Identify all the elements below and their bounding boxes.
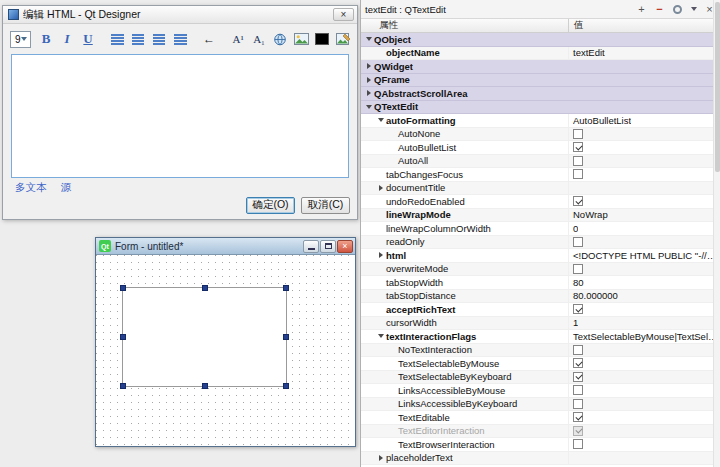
property-row[interactable]: TextBrowserInteraction (361, 438, 720, 452)
property-row[interactable]: NoTextInteraction (361, 344, 720, 358)
property-value-cell[interactable]: 0 (569, 222, 720, 235)
property-name-cell[interactable]: tabStopWidth (361, 276, 569, 289)
property-row[interactable]: documentTitle (361, 182, 720, 196)
resize-handle-nw[interactable] (120, 285, 126, 291)
checkbox-unchecked-icon[interactable] (573, 439, 583, 449)
property-name-cell[interactable]: TextEditorInteraction (361, 425, 569, 438)
expand-icon[interactable] (364, 77, 374, 83)
property-name-cell[interactable]: TextEditable (361, 411, 569, 424)
checkbox-checked-icon[interactable] (573, 304, 583, 314)
property-name-cell[interactable]: lineWrapColumnOrWidth (361, 222, 569, 235)
property-name-cell[interactable]: QTextEdit (361, 101, 569, 114)
property-name-cell[interactable]: QObject (361, 33, 569, 46)
property-name-cell[interactable]: placeholderText (361, 452, 569, 465)
property-row[interactable]: lineWrapColumnOrWidth0 (361, 222, 720, 236)
property-row[interactable]: TextEditorInteraction (361, 425, 720, 439)
property-row[interactable]: AutoBulletList (361, 141, 720, 155)
property-name-cell[interactable]: NoTextInteraction (361, 344, 569, 357)
checkbox-unchecked-icon[interactable] (573, 345, 583, 355)
property-row[interactable]: tabStopWidth80 (361, 276, 720, 290)
property-row[interactable]: LinksAccessibleByMouse (361, 384, 720, 398)
property-group-row[interactable]: QObject (361, 33, 720, 47)
property-value-cell[interactable]: AutoBulletList (569, 114, 720, 127)
property-group-row[interactable]: QWidget (361, 60, 720, 74)
dialog-close-icon[interactable]: × (333, 8, 354, 21)
resize-handle-n[interactable] (202, 285, 208, 291)
property-row[interactable]: objectNametextEdit (361, 47, 720, 61)
resize-handle-w[interactable] (120, 334, 126, 340)
property-value-cell[interactable] (569, 195, 720, 208)
property-row[interactable]: tabChangesFocus (361, 168, 720, 182)
checkbox-unchecked-icon[interactable] (573, 156, 583, 166)
property-name-cell[interactable]: QAbstractScrollArea (361, 87, 569, 100)
underline-button[interactable]: U (80, 30, 97, 49)
expand-icon[interactable] (364, 90, 374, 96)
property-row[interactable]: AutoAll (361, 155, 720, 169)
expand-icon[interactable] (364, 63, 374, 69)
configure-icon[interactable] (671, 3, 684, 16)
property-value-cell[interactable] (569, 101, 720, 114)
column-header-value[interactable]: 值 (569, 19, 720, 32)
property-name-cell[interactable]: tabStopDistance (361, 290, 569, 303)
property-name-cell[interactable]: html (361, 249, 569, 262)
italic-button[interactable]: I (59, 30, 76, 49)
property-name-cell[interactable]: lineWrapMode (361, 209, 569, 222)
property-name-cell[interactable]: TextBrowserInteraction (361, 438, 569, 451)
insert-link-button[interactable] (272, 30, 289, 49)
property-row[interactable]: overwriteMode (361, 263, 720, 277)
property-value-cell[interactable] (569, 452, 720, 465)
cancel-button[interactable]: 取消(C) (301, 197, 350, 214)
collapse-icon[interactable] (376, 118, 386, 122)
dialog-titlebar[interactable]: 编辑 HTML - Qt Designer × (3, 6, 357, 24)
insert-image-button[interactable] (293, 30, 310, 49)
property-group-row[interactable]: QAbstractScrollArea (361, 87, 720, 101)
form-canvas[interactable] (96, 255, 355, 446)
property-value-cell[interactable]: TextSelectableByMouse|TextSelectableByKe… (569, 330, 720, 343)
property-row[interactable]: cursorWidth1 (361, 317, 720, 331)
property-name-cell[interactable]: TextSelectableByKeyboard (361, 371, 569, 384)
close-button[interactable]: × (337, 240, 353, 253)
align-right-button[interactable] (151, 30, 168, 49)
property-name-cell[interactable]: LinksAccessibleByKeyboard (361, 398, 569, 411)
checkbox-checked-icon[interactable] (573, 196, 583, 206)
tab-richtext[interactable]: 多文本 (15, 181, 47, 195)
add-dynamic-property-icon[interactable]: + (635, 3, 648, 16)
property-value-cell[interactable]: 80 (569, 276, 720, 289)
property-row[interactable]: placeholderText (361, 452, 720, 466)
column-header-property[interactable]: 属性 (361, 19, 569, 32)
property-name-cell[interactable]: documentTitle (361, 182, 569, 195)
property-row[interactable]: TextEditable (361, 411, 720, 425)
font-size-combo[interactable]: 9 (10, 31, 31, 48)
property-value-cell[interactable] (569, 33, 720, 46)
align-center-button[interactable] (130, 30, 147, 49)
property-name-cell[interactable]: undoRedoEnabled (361, 195, 569, 208)
direction-left-button[interactable]: ← (201, 30, 218, 49)
property-value-cell[interactable] (569, 182, 720, 195)
align-justify-button[interactable] (172, 30, 189, 49)
property-row[interactable]: readOnly (361, 236, 720, 250)
checkbox-unchecked-icon[interactable] (573, 399, 583, 409)
property-value-cell[interactable] (569, 128, 720, 141)
superscript-button[interactable]: A¹ (230, 30, 247, 49)
vertical-scrollbar[interactable] (713, 0, 720, 467)
property-row[interactable]: autoFormattingAutoBulletList (361, 114, 720, 128)
form-titlebar[interactable]: Qt Form - untitled* × (96, 238, 355, 255)
checkbox-unchecked-icon[interactable] (573, 237, 583, 247)
property-name-cell[interactable]: QWidget (361, 60, 569, 73)
property-value-cell[interactable]: <!DOCTYPE HTML PUBLIC "-//W3C//DTD HTML … (569, 249, 720, 262)
tab-source[interactable]: 源 (61, 181, 72, 195)
expand-icon[interactable] (376, 455, 386, 461)
property-value-cell[interactable]: 1 (569, 317, 720, 330)
checkbox-checked-icon[interactable] (573, 372, 583, 382)
edit-image-button[interactable] (335, 30, 352, 49)
property-name-cell[interactable]: autoFormatting (361, 114, 569, 127)
property-row[interactable]: textInteractionFlagsTextSelectableByMous… (361, 330, 720, 344)
property-value-cell[interactable] (569, 60, 720, 73)
property-value-cell[interactable]: NoWrap (569, 209, 720, 222)
property-row[interactable]: tabStopDistance80.000000 (361, 290, 720, 304)
property-name-cell[interactable]: cursorWidth (361, 317, 569, 330)
bold-button[interactable]: B (38, 30, 55, 49)
property-row[interactable]: TextSelectableByMouse (361, 357, 720, 371)
property-name-cell[interactable]: tabChangesFocus (361, 168, 569, 181)
property-value-cell[interactable] (569, 357, 720, 370)
